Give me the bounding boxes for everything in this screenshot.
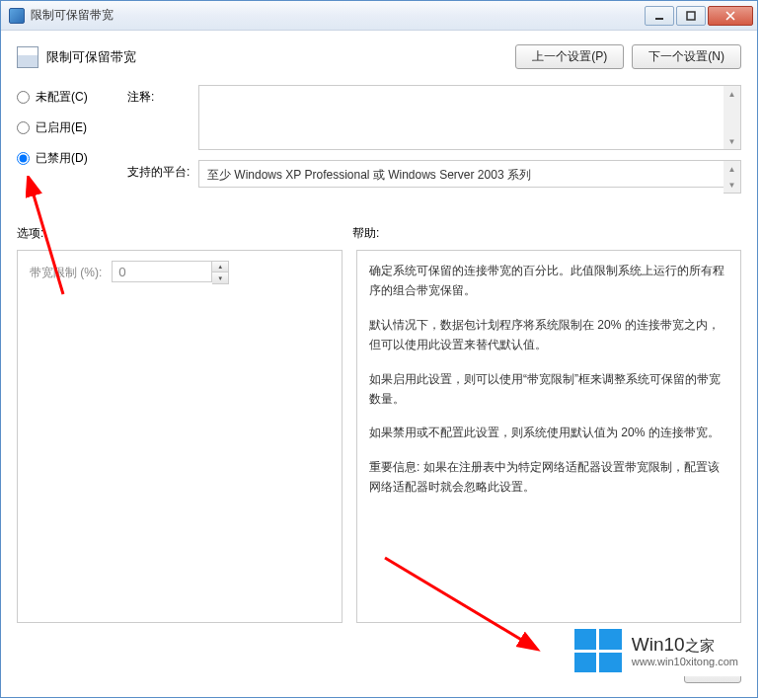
radio-disabled[interactable]: 已禁用(D)	[17, 150, 114, 167]
scroll-up-icon[interactable]: ▲	[724, 161, 740, 177]
radio-disabled-label: 已禁用(D)	[36, 150, 88, 167]
bandwidth-limit-spinner[interactable]: ▲ ▼	[112, 261, 229, 284]
prev-setting-button[interactable]: 上一个设置(P)	[515, 44, 624, 69]
watermark-brand: Win10之家	[632, 634, 738, 656]
help-panel: 确定系统可保留的连接带宽的百分比。此值限制系统上运行的所有程序的组合带宽保留。 …	[356, 250, 741, 623]
state-radio-group: 未配置(C) 已启用(E) 已禁用(D)	[17, 85, 114, 203]
help-paragraph: 重要信息: 如果在注册表中为特定网络适配器设置带宽限制，配置该网络适配器时就会忽…	[369, 457, 728, 498]
options-panel: 带宽限制 (%): ▲ ▼	[17, 250, 343, 623]
bandwidth-limit-label: 带宽限制 (%):	[30, 265, 102, 281]
scrollbar[interactable]: ▲ ▼	[724, 85, 741, 150]
maximize-button[interactable]	[676, 6, 706, 26]
comment-textarea[interactable]	[198, 85, 724, 150]
scroll-down-icon[interactable]: ▼	[724, 133, 740, 149]
platform-value: 至少 Windows XP Professional 或 Windows Ser…	[198, 160, 724, 188]
help-section-label: 帮助:	[352, 225, 379, 242]
svg-rect-1	[687, 12, 695, 20]
spinner-down-icon[interactable]: ▼	[212, 272, 228, 283]
window-title: 限制可保留带宽	[31, 7, 643, 24]
titlebar: 限制可保留带宽	[1, 1, 757, 31]
platform-label: 支持的平台:	[127, 160, 198, 194]
radio-enabled-input[interactable]	[17, 121, 30, 134]
help-paragraph: 默认情况下，数据包计划程序将系统限制在 20% 的连接带宽之内，但可以使用此设置…	[369, 315, 728, 355]
svg-rect-0	[655, 18, 663, 20]
application-window: 限制可保留带宽 限制可保留带宽 上一个设置(P) 下一个设置(N)	[0, 0, 758, 698]
app-icon	[9, 8, 25, 24]
window-controls	[643, 6, 753, 26]
help-paragraph: 确定系统可保留的连接带宽的百分比。此值限制系统上运行的所有程序的组合带宽保留。	[369, 261, 728, 301]
radio-not-configured[interactable]: 未配置(C)	[17, 89, 114, 106]
options-section-label: 选项:	[17, 225, 352, 242]
bandwidth-limit-input[interactable]	[112, 261, 212, 282]
windows-logo-icon	[574, 629, 622, 672]
content-area: 限制可保留带宽 上一个设置(P) 下一个设置(N) 未配置(C) 已启用(E)	[1, 31, 757, 697]
next-setting-button[interactable]: 下一个设置(N)	[632, 44, 741, 69]
policy-icon	[17, 46, 38, 68]
help-paragraph: 如果禁用或不配置此设置，则系统使用默认值为 20% 的连接带宽。	[369, 423, 728, 442]
watermark-url: www.win10xitong.com	[632, 656, 738, 667]
radio-not-configured-input[interactable]	[17, 91, 30, 104]
comment-label: 注释:	[127, 85, 198, 150]
radio-not-configured-label: 未配置(C)	[36, 89, 88, 106]
minimize-button[interactable]	[645, 6, 674, 26]
scroll-down-icon[interactable]: ▼	[724, 177, 740, 193]
help-paragraph: 如果启用此设置，则可以使用“带宽限制”框来调整系统可保留的带宽数量。	[369, 369, 728, 410]
radio-enabled-label: 已启用(E)	[36, 119, 87, 136]
scroll-up-icon[interactable]: ▲	[724, 86, 740, 102]
scrollbar[interactable]: ▲ ▼	[724, 160, 741, 194]
radio-enabled[interactable]: 已启用(E)	[17, 119, 114, 136]
watermark: Win10之家 www.win10xitong.com	[569, 625, 744, 676]
page-title: 限制可保留带宽	[46, 48, 515, 66]
spinner-up-icon[interactable]: ▲	[212, 262, 228, 272]
radio-disabled-input[interactable]	[17, 152, 30, 165]
close-button[interactable]	[708, 6, 753, 26]
